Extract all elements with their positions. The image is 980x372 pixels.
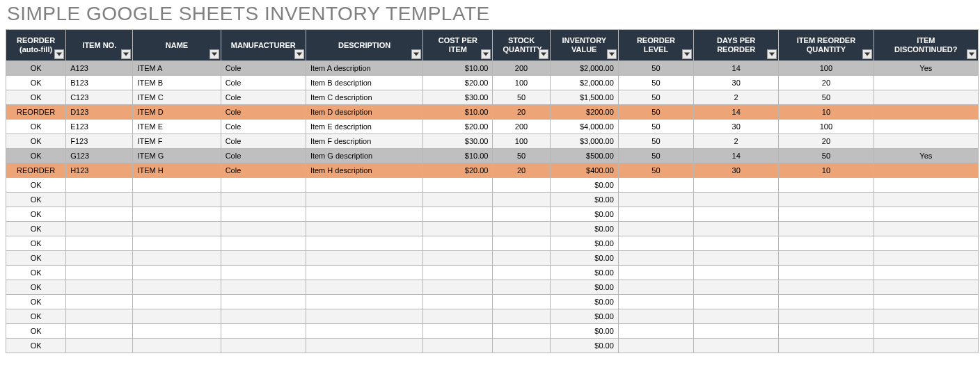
cell-item_no[interactable]: B123 xyxy=(66,76,133,90)
cell-stock[interactable]: 200 xyxy=(493,61,550,76)
cell-reorder[interactable]: OK xyxy=(6,90,66,105)
cell-reorder[interactable]: OK xyxy=(6,149,66,163)
column-header-reorder_level[interactable]: REORDER LEVEL xyxy=(618,30,693,61)
cell-manufacturer[interactable]: Cole xyxy=(221,120,306,134)
filter-dropdown-icon[interactable] xyxy=(121,49,131,59)
cell-stock[interactable] xyxy=(493,236,550,251)
cell-days[interactable] xyxy=(694,236,779,251)
filter-dropdown-icon[interactable] xyxy=(682,49,692,59)
filter-dropdown-icon[interactable] xyxy=(210,49,219,59)
cell-discontinued[interactable] xyxy=(874,324,978,339)
cell-name[interactable] xyxy=(133,295,221,309)
cell-manufacturer[interactable] xyxy=(221,251,306,266)
cell-stock[interactable] xyxy=(493,222,550,236)
cell-inv_value[interactable]: $2,000.00 xyxy=(550,61,618,76)
cell-description[interactable]: Item E description xyxy=(306,120,422,134)
cell-name[interactable]: ITEM G xyxy=(133,149,221,163)
cell-reorder[interactable]: OK xyxy=(6,309,66,324)
cell-name[interactable] xyxy=(133,339,221,353)
cell-reorder[interactable]: OK xyxy=(6,251,66,266)
cell-days[interactable] xyxy=(694,280,779,295)
cell-inv_value[interactable]: $0.00 xyxy=(550,339,618,353)
cell-item_no[interactable]: A123 xyxy=(66,61,133,76)
cell-reorder_level[interactable]: 50 xyxy=(618,120,693,134)
cell-reorder_qty[interactable]: 100 xyxy=(779,61,874,76)
cell-inv_value[interactable]: $0.00 xyxy=(550,251,618,266)
cell-name[interactable]: ITEM D xyxy=(133,105,221,120)
cell-reorder[interactable]: OK xyxy=(6,120,66,134)
cell-name[interactable]: ITEM F xyxy=(133,134,221,149)
cell-description[interactable] xyxy=(306,309,422,324)
cell-name[interactable] xyxy=(133,251,221,266)
cell-name[interactable] xyxy=(133,309,221,324)
cell-inv_value[interactable]: $0.00 xyxy=(550,324,618,339)
cell-days[interactable] xyxy=(694,193,779,207)
cell-stock[interactable] xyxy=(493,178,550,193)
cell-manufacturer[interactable]: Cole xyxy=(221,76,306,90)
cell-description[interactable] xyxy=(306,236,422,251)
cell-reorder_level[interactable] xyxy=(618,295,693,309)
cell-description[interactable]: Item H description xyxy=(306,163,422,178)
cell-discontinued[interactable] xyxy=(874,207,978,222)
cell-inv_value[interactable]: $0.00 xyxy=(550,309,618,324)
cell-inv_value[interactable]: $4,000.00 xyxy=(550,120,618,134)
cell-discontinued[interactable] xyxy=(874,295,978,309)
cell-description[interactable]: Item C description xyxy=(306,90,422,105)
cell-reorder_qty[interactable]: 20 xyxy=(779,76,874,90)
cell-stock[interactable] xyxy=(493,193,550,207)
cell-reorder_qty[interactable] xyxy=(779,266,874,280)
cell-reorder_qty[interactable]: 10 xyxy=(779,163,874,178)
cell-reorder_qty[interactable] xyxy=(779,251,874,266)
cell-inv_value[interactable]: $0.00 xyxy=(550,207,618,222)
cell-reorder[interactable]: OK xyxy=(6,207,66,222)
cell-days[interactable] xyxy=(694,207,779,222)
cell-manufacturer[interactable]: Cole xyxy=(221,105,306,120)
cell-name[interactable] xyxy=(133,178,221,193)
cell-stock[interactable] xyxy=(493,309,550,324)
cell-reorder_qty[interactable] xyxy=(779,339,874,353)
cell-reorder_level[interactable] xyxy=(618,207,693,222)
cell-inv_value[interactable]: $2,000.00 xyxy=(550,76,618,90)
cell-reorder[interactable]: OK xyxy=(6,76,66,90)
cell-discontinued[interactable] xyxy=(874,280,978,295)
filter-dropdown-icon[interactable] xyxy=(539,49,548,59)
cell-discontinued[interactable] xyxy=(874,76,978,90)
cell-reorder_level[interactable] xyxy=(618,339,693,353)
column-header-cost[interactable]: COST PER ITEM xyxy=(423,30,493,61)
cell-name[interactable]: ITEM E xyxy=(133,120,221,134)
cell-stock[interactable] xyxy=(493,295,550,309)
cell-reorder_qty[interactable] xyxy=(779,280,874,295)
cell-stock[interactable]: 20 xyxy=(493,105,550,120)
column-header-discontinued[interactable]: ITEM DISCONTINUED? xyxy=(874,30,978,61)
cell-item_no[interactable]: E123 xyxy=(66,120,133,134)
cell-reorder_level[interactable]: 50 xyxy=(618,163,693,178)
cell-manufacturer[interactable]: Cole xyxy=(221,61,306,76)
column-header-days[interactable]: DAYS PER REORDER xyxy=(694,30,779,61)
cell-days[interactable] xyxy=(694,251,779,266)
cell-inv_value[interactable]: $0.00 xyxy=(550,295,618,309)
cell-item_no[interactable] xyxy=(66,280,133,295)
cell-name[interactable]: ITEM H xyxy=(133,163,221,178)
cell-inv_value[interactable]: $400.00 xyxy=(550,163,618,178)
cell-description[interactable] xyxy=(306,339,422,353)
cell-cost[interactable]: $30.00 xyxy=(423,90,493,105)
cell-reorder[interactable]: OK xyxy=(6,178,66,193)
cell-item_no[interactable] xyxy=(66,193,133,207)
filter-dropdown-icon[interactable] xyxy=(767,49,777,59)
cell-reorder_qty[interactable] xyxy=(779,236,874,251)
cell-discontinued[interactable] xyxy=(874,120,978,134)
filter-dropdown-icon[interactable] xyxy=(967,49,977,59)
column-header-item_no[interactable]: ITEM NO. xyxy=(66,30,133,61)
cell-days[interactable]: 2 xyxy=(694,134,779,149)
cell-discontinued[interactable] xyxy=(874,163,978,178)
cell-inv_value[interactable]: $0.00 xyxy=(550,193,618,207)
cell-reorder[interactable]: OK xyxy=(6,61,66,76)
cell-description[interactable] xyxy=(306,295,422,309)
cell-discontinued[interactable] xyxy=(874,236,978,251)
cell-cost[interactable] xyxy=(423,266,493,280)
cell-reorder_level[interactable]: 50 xyxy=(618,149,693,163)
cell-description[interactable]: Item F description xyxy=(306,134,422,149)
cell-manufacturer[interactable]: Cole xyxy=(221,90,306,105)
cell-item_no[interactable] xyxy=(66,339,133,353)
cell-manufacturer[interactable]: Cole xyxy=(221,134,306,149)
